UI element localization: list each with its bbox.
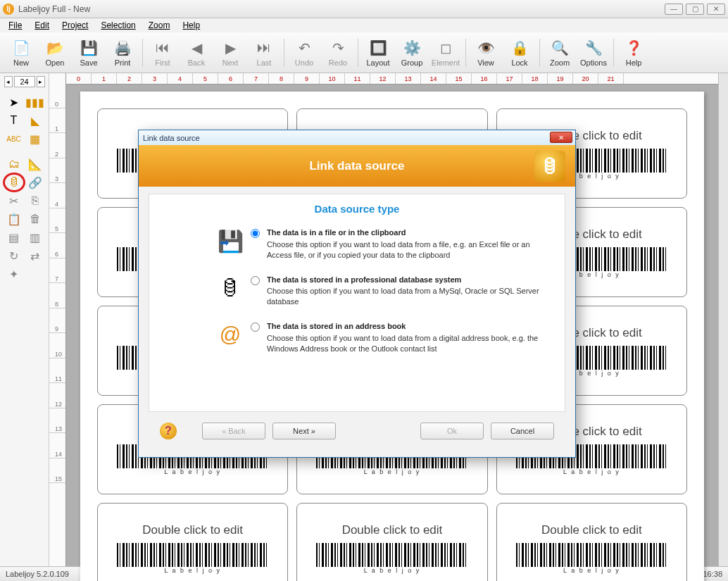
toolbar-separator: [142, 39, 143, 67]
pointer-tool[interactable]: ➤: [5, 94, 23, 110]
ruler-tool[interactable]: 📐: [26, 156, 44, 172]
status-time: 16:38: [703, 570, 722, 578]
option-file-radio[interactable]: [251, 229, 260, 238]
label-cell[interactable]: Double click to edit: [296, 503, 487, 581]
menu-file[interactable]: File: [3, 19, 27, 32]
zoom-button[interactable]: 🔍Zoom: [543, 35, 577, 71]
abc-tool[interactable]: ABC: [5, 131, 23, 146]
element-button[interactable]: ◻Element: [429, 35, 463, 71]
help-button[interactable]: ❓Help: [617, 35, 651, 71]
vertical-ruler: 0123456789101112131415: [49, 73, 66, 566]
option-title: The data is stored in a professional dat…: [267, 275, 553, 285]
toolbar-separator: [539, 39, 540, 67]
print-icon: 🖨️: [113, 39, 132, 57]
cut-tool[interactable]: ✂: [5, 193, 23, 208]
option-file-clipboard[interactable]: ➡ 💾 The data is in a file or in the clip…: [161, 227, 553, 261]
barcode-graphic: [516, 543, 667, 573]
copy-tool[interactable]: ⎘: [26, 193, 44, 208]
dialog-banner-title: Link data source: [309, 159, 404, 173]
page-number-field[interactable]: 24: [14, 76, 35, 87]
page-prev-button[interactable]: ◂: [4, 76, 13, 87]
vertical-scrollbar[interactable]: [718, 73, 728, 566]
page-next-button[interactable]: ▸: [37, 76, 45, 87]
menu-project[interactable]: Project: [56, 19, 94, 32]
options-icon: 🔧: [584, 39, 603, 57]
next-icon: ▶: [221, 39, 239, 57]
open-button[interactable]: 📂Open: [38, 35, 72, 71]
target-tool[interactable]: ✦: [5, 266, 23, 282]
redo-icon: ↷: [329, 39, 347, 57]
app-logo-icon: lj: [3, 4, 14, 15]
redo-button[interactable]: ↷Redo: [321, 35, 355, 71]
align-tool[interactable]: ▤: [5, 230, 23, 245]
undo-button[interactable]: ↶Undo: [287, 35, 321, 71]
options-button[interactable]: 🔧Options: [577, 35, 610, 71]
dialog-back-button[interactable]: « Back: [202, 423, 265, 439]
menu-help[interactable]: Help: [177, 19, 206, 32]
data-source-tool[interactable]: 🛢: [5, 175, 23, 190]
new-icon: 📄: [12, 39, 30, 57]
dialog-close-button[interactable]: ✕: [550, 132, 572, 143]
distribute-tool[interactable]: ▥: [26, 230, 44, 245]
menu-edit[interactable]: Edit: [29, 19, 55, 32]
back-button[interactable]: ◀Back: [180, 35, 213, 71]
undo-icon: ↶: [295, 39, 313, 57]
database-icon: 🛢: [217, 275, 244, 301]
print-button[interactable]: 🖨️Print: [106, 35, 139, 71]
option-addressbook-radio[interactable]: [251, 323, 260, 332]
text-tool[interactable]: T: [5, 113, 23, 128]
save-icon: 💾: [80, 39, 98, 57]
new-button[interactable]: 📄New: [4, 35, 38, 71]
shape-tool[interactable]: ◣: [26, 113, 44, 128]
label-cell[interactable]: Double click to edit: [97, 503, 288, 581]
save-button[interactable]: 💾Save: [72, 35, 106, 71]
close-button[interactable]: ✕: [707, 4, 725, 15]
view-icon: 👁️: [477, 39, 495, 57]
menu-selection[interactable]: Selection: [95, 19, 141, 32]
flip-tool[interactable]: ⇄: [26, 248, 44, 263]
option-database[interactable]: 🛢 The data is stored in a professional d…: [161, 275, 553, 308]
label-placeholder-text: Double click to edit: [342, 523, 443, 537]
last-button[interactable]: ⏭Last: [247, 35, 281, 71]
back-icon: ◀: [187, 39, 206, 57]
link-tool[interactable]: 🔗: [26, 175, 44, 190]
dialog-cancel-button[interactable]: Cancel: [491, 423, 554, 439]
group-button[interactable]: ⚙️Group: [395, 35, 429, 71]
option-database-radio[interactable]: [251, 276, 260, 285]
view-button[interactable]: 👁️View: [469, 35, 503, 71]
option-desc: Choose this option if you want to load d…: [267, 287, 539, 306]
label-cell[interactable]: Double click to edit: [496, 503, 687, 581]
layer-tool[interactable]: 🗂: [5, 156, 23, 172]
lock-button[interactable]: 🔒Lock: [503, 35, 536, 71]
layout-button[interactable]: 🔲Layout: [361, 35, 395, 71]
menu-zoom[interactable]: Zoom: [143, 19, 176, 32]
maximize-button[interactable]: ▢: [686, 4, 704, 15]
barcode-tool[interactable]: ▮▮▮: [26, 94, 44, 110]
delete-tool[interactable]: 🗑: [26, 211, 44, 227]
barcode-graphic: [316, 543, 467, 573]
image-tool[interactable]: ▦: [26, 131, 44, 146]
dialog-help-icon[interactable]: ?: [160, 423, 177, 439]
window-titlebar: lj Labeljoy Full - New — ▢ ✕: [0, 0, 728, 18]
label-placeholder-text: Double click to edit: [541, 523, 642, 537]
rotate-tool[interactable]: ↻: [5, 248, 23, 263]
dialog-next-button[interactable]: Next »: [272, 423, 336, 439]
minimize-button[interactable]: —: [665, 4, 683, 15]
help-icon: ❓: [625, 39, 643, 57]
link-data-source-dialog: Link data source ✕ Link data source 🛢 Da…: [138, 130, 576, 458]
option-addressbook[interactable]: @ The data is stored in an address book …: [161, 321, 553, 354]
window-title: Labeljoy Full - New: [18, 4, 665, 14]
status-version: Labeljoy 5.2.0.109: [6, 570, 69, 578]
first-button[interactable]: ⏮First: [146, 35, 180, 71]
toolbar-separator: [284, 39, 284, 67]
dialog-banner: Link data source 🛢: [139, 145, 575, 187]
horizontal-ruler: 0123456789101112131415161718192021: [66, 73, 718, 85]
lock-icon: 🔒: [510, 39, 529, 57]
dialog-body: Data source type ➡ 💾 The data is in a fi…: [139, 187, 575, 457]
option-title: The data is stored in an address book: [267, 321, 553, 332]
main-toolbar: 📄New 📂Open 💾Save 🖨️Print ⏮First ◀Back ▶N…: [0, 32, 728, 73]
next-button[interactable]: ▶Next: [213, 35, 247, 71]
paste-tool[interactable]: 📋: [5, 211, 23, 227]
dialog-ok-button[interactable]: Ok: [420, 423, 484, 439]
dialog-titlebar: Link data source ✕: [139, 130, 575, 145]
